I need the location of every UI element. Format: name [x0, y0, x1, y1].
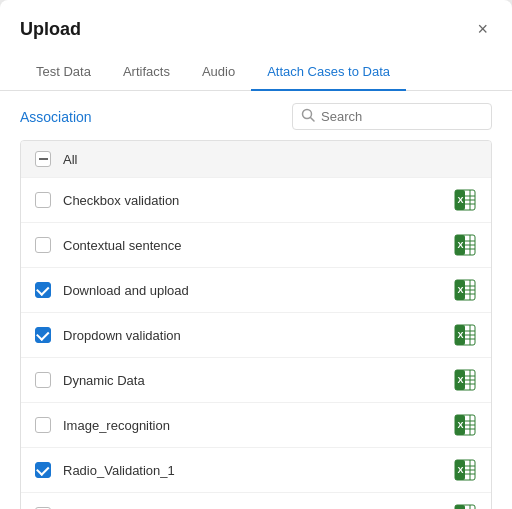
item-label: Contextual sentence	[63, 238, 445, 253]
item-label: Checkbox validation	[63, 193, 445, 208]
checkbox-checkbox-validation[interactable]	[35, 192, 51, 208]
list-item[interactable]: Image_recognition X	[21, 403, 491, 448]
content-area: Association AllCheckbox validation X Con…	[0, 91, 512, 509]
excel-file-icon: X	[453, 503, 477, 509]
list-item[interactable]: Contextual sentence X	[21, 223, 491, 268]
svg-text:X: X	[458, 330, 464, 340]
excel-file-icon: X	[453, 413, 477, 437]
list-item[interactable]: Random date X	[21, 493, 491, 509]
checkbox-radio-validation[interactable]	[35, 462, 51, 478]
svg-text:X: X	[458, 285, 464, 295]
item-label: Dynamic Data	[63, 373, 445, 388]
item-label: All	[63, 152, 477, 167]
list-item[interactable]: Download and upload X	[21, 268, 491, 313]
item-label: Dropdown validation	[63, 328, 445, 343]
excel-file-icon: X	[453, 368, 477, 392]
dialog-title: Upload	[20, 19, 81, 40]
checkbox-dynamic-data[interactable]	[35, 372, 51, 388]
excel-file-icon: X	[453, 323, 477, 347]
excel-file-icon: X	[453, 233, 477, 257]
checkbox-download-upload[interactable]	[35, 282, 51, 298]
search-icon	[301, 108, 315, 125]
svg-text:X: X	[458, 465, 464, 475]
dialog-header: Upload ×	[0, 0, 512, 42]
tabs-bar: Test DataArtifactsAudioAttach Cases to D…	[0, 54, 512, 91]
svg-text:X: X	[458, 375, 464, 385]
checkbox-contextual-sentence[interactable]	[35, 237, 51, 253]
checkbox-image-recognition[interactable]	[35, 417, 51, 433]
search-box	[292, 103, 492, 130]
svg-line-1	[311, 118, 315, 122]
close-button[interactable]: ×	[473, 16, 492, 42]
tab-attach-cases[interactable]: Attach Cases to Data	[251, 54, 406, 91]
association-label: Association	[20, 109, 92, 125]
item-label: Download and upload	[63, 283, 445, 298]
tab-test-data[interactable]: Test Data	[20, 54, 107, 91]
svg-rect-52	[455, 505, 465, 509]
svg-text:X: X	[458, 420, 464, 430]
excel-file-icon: X	[453, 458, 477, 482]
tab-audio[interactable]: Audio	[186, 54, 251, 91]
item-label: Radio_Validation_1	[63, 463, 445, 478]
list-item[interactable]: Radio_Validation_1 X	[21, 448, 491, 493]
list-item[interactable]: Dropdown validation X	[21, 313, 491, 358]
excel-file-icon: X	[453, 188, 477, 212]
checkbox-dropdown-validation[interactable]	[35, 327, 51, 343]
excel-file-icon: X	[453, 278, 477, 302]
svg-text:X: X	[458, 240, 464, 250]
items-list: AllCheckbox validation X Contextual sent…	[20, 140, 492, 509]
association-row: Association	[20, 103, 492, 130]
list-item[interactable]: All	[21, 141, 491, 178]
checkbox-all[interactable]	[35, 151, 51, 167]
upload-dialog: Upload × Test DataArtifactsAudioAttach C…	[0, 0, 512, 509]
svg-text:X: X	[458, 195, 464, 205]
list-item[interactable]: Dynamic Data X	[21, 358, 491, 403]
tab-artifacts[interactable]: Artifacts	[107, 54, 186, 91]
search-input[interactable]	[321, 109, 483, 124]
item-label: Image_recognition	[63, 418, 445, 433]
list-item[interactable]: Checkbox validation X	[21, 178, 491, 223]
